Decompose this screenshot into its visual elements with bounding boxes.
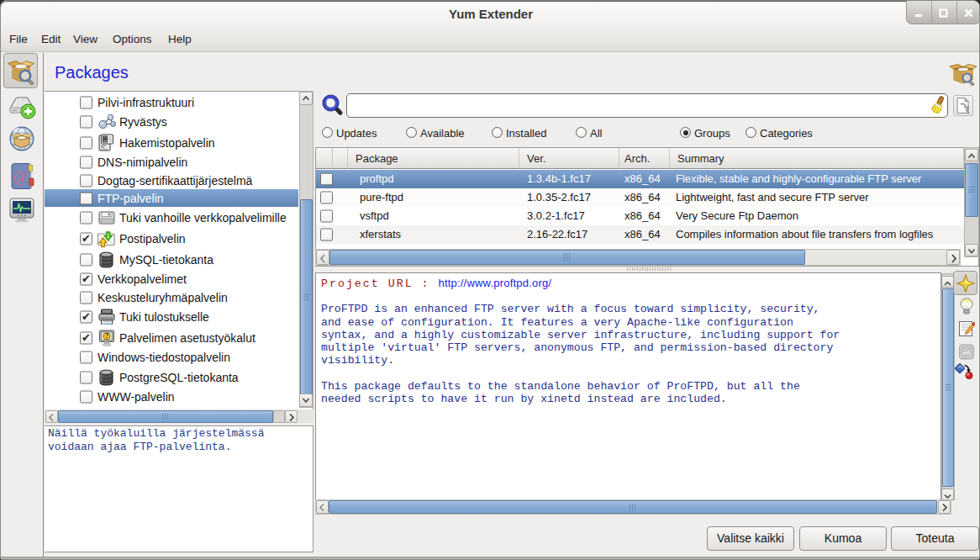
svg-text:@: @ [13,167,28,185]
